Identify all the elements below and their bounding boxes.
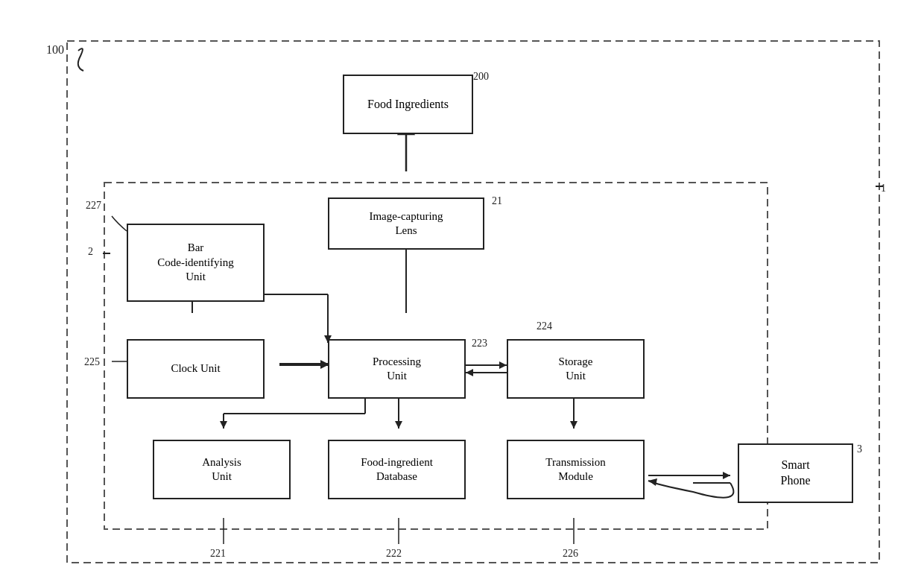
food-ingredients-box: Food Ingredients [343,75,473,134]
ref-225-label: 225 [84,356,100,368]
ref-100-label: 100 [46,43,64,57]
ref-227-label: 227 [86,200,101,212]
bar-code-unit-box: BarCode-identifyingUnit [127,224,265,302]
transmission-module-box: TransmissionModule [507,440,645,499]
svg-marker-11 [466,369,473,376]
svg-marker-23 [648,478,657,486]
svg-marker-19 [570,421,578,429]
ref-222-label: 222 [386,548,402,560]
svg-marker-15 [220,421,227,429]
processing-unit-box: ProcessingUnit [328,339,466,399]
storage-unit-box: StorageUnit [507,339,645,399]
ref-3-label: 3 [857,443,862,455]
svg-marker-21 [723,472,730,479]
svg-marker-17 [395,421,402,429]
food-ingredient-db-box: Food-ingredientDatabase [328,440,466,499]
ref-226-label: 226 [563,548,578,560]
svg-marker-9 [499,361,507,369]
analysis-unit-box: AnalysisUnit [153,440,291,499]
ref-200-label: 200 [473,71,489,83]
ref-21-label: 21 [492,195,502,207]
diagram: Food Ingredients 200 Image-capturingLens… [0,0,924,588]
clock-unit-box: Clock Unit [127,339,265,399]
ref-224-label: 224 [537,320,552,332]
ref-1-label: 1 [881,183,886,195]
ref-223-label: 223 [472,338,487,350]
ref-221-label: 221 [210,548,226,560]
image-capturing-lens-box: Image-capturingLens [328,197,484,250]
ref-2-label: 2 [88,246,93,258]
smart-phone-box: SmartPhone [738,443,853,503]
